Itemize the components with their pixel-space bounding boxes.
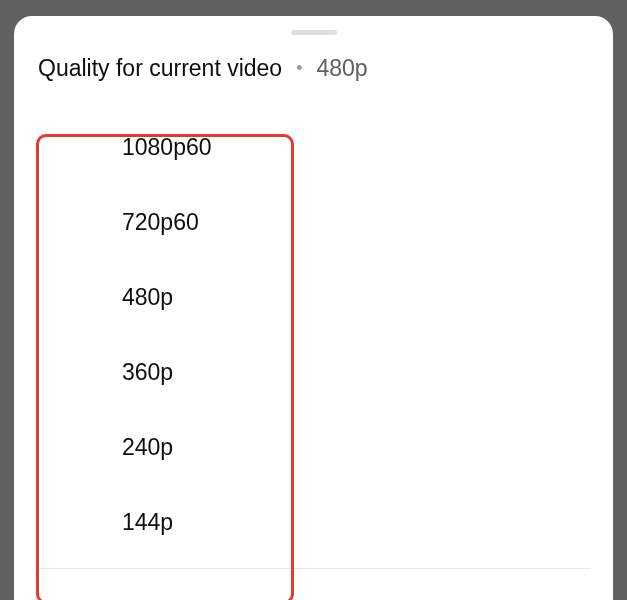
quality-option-label: 720p60 xyxy=(122,209,199,235)
quality-option-144p[interactable]: 144p xyxy=(14,485,613,560)
quality-option-1080p60[interactable]: 1080p60 xyxy=(14,110,613,185)
panel-header: Quality for current video • 480p xyxy=(14,55,613,82)
quality-option-720p60[interactable]: 720p60 xyxy=(14,185,613,260)
drag-handle[interactable] xyxy=(291,30,337,35)
quality-panel: Quality for current video • 480p 1080p60… xyxy=(14,16,613,600)
separator-dot: • xyxy=(296,58,302,79)
divider xyxy=(36,568,591,569)
quality-option-label: 240p xyxy=(122,434,173,460)
panel-title: Quality for current video xyxy=(38,55,282,82)
quality-option-label: 360p xyxy=(122,359,173,385)
quality-option-label: 1080p60 xyxy=(122,134,212,160)
quality-option-label: 480p xyxy=(122,284,173,310)
quality-option-label: 144p xyxy=(122,509,173,535)
quality-option-480p[interactable]: 480p xyxy=(14,260,613,335)
quality-options-list: 1080p60 720p60 480p 360p 240p 144p xyxy=(14,110,613,560)
quality-option-360p[interactable]: 360p xyxy=(14,335,613,410)
current-quality-value: 480p xyxy=(316,55,367,82)
quality-option-240p[interactable]: 240p xyxy=(14,410,613,485)
